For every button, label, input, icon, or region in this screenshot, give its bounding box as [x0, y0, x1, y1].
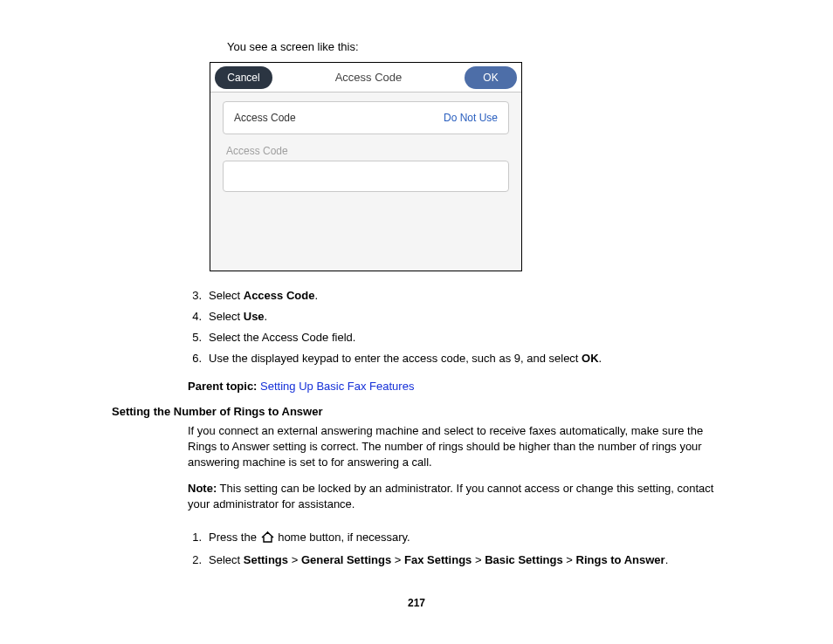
step-body: Select the Access Code field.: [209, 329, 355, 346]
step-b2: 2. Select Settings > General Settings > …: [188, 552, 833, 569]
step-body: Select Access Code.: [209, 287, 318, 305]
step-item: 6.Use the displayed keypad to enter the …: [188, 350, 833, 367]
steps-list-b: 1. Press the home button, if necessary. …: [188, 529, 833, 569]
step-number: 3.: [188, 287, 202, 305]
step-number: 6.: [188, 350, 202, 367]
field-label: Access Code: [234, 112, 296, 124]
field-value: Do Not Use: [444, 112, 498, 124]
device-screenshot: Cancel Access Code OK Access Code Do Not…: [210, 62, 522, 271]
device-body: Access Code Do Not Use Access Code: [210, 92, 521, 192]
step-item: 5.Select the Access Code field.: [188, 329, 833, 346]
intro-text: You see a screen like this:: [227, 40, 833, 53]
home-icon: [261, 531, 274, 548]
parent-topic: Parent topic: Setting Up Basic Fax Featu…: [188, 380, 833, 393]
step-item: 3.Select Access Code.: [188, 287, 833, 305]
device-title: Access Code: [272, 71, 465, 84]
step-number: 1.: [188, 529, 202, 548]
step-number: 4.: [188, 308, 202, 325]
cancel-button: Cancel: [215, 66, 272, 89]
step-item: 4.Select Use.: [188, 308, 833, 325]
access-code-input: [223, 161, 509, 192]
field-caption: Access Code: [226, 145, 509, 157]
step-text-a: Press the: [209, 531, 260, 544]
note-label: Note:: [188, 482, 217, 495]
parent-topic-link[interactable]: Setting Up Basic Fax Features: [260, 380, 414, 393]
step-number: 5.: [188, 329, 202, 346]
page-number: 217: [0, 597, 833, 609]
section-heading: Setting the Number of Rings to Answer: [112, 405, 833, 418]
access-code-row: Access Code Do Not Use: [223, 101, 509, 134]
device-header: Cancel Access Code OK: [210, 63, 521, 92]
step-number: 2.: [188, 552, 202, 569]
step-text-b: home button, if necessary.: [278, 531, 410, 544]
note: Note: This setting can be locked by an a…: [188, 481, 719, 512]
steps-list-a: 3.Select Access Code.4.Select Use.5.Sele…: [188, 287, 833, 368]
step-body: Select Use.: [209, 308, 267, 325]
ok-button: OK: [465, 66, 517, 89]
step-body: Use the displayed keypad to enter the ac…: [209, 350, 602, 367]
note-text: This setting can be locked by an adminis…: [188, 482, 713, 510]
step-b2-content: Select Settings > General Settings > Fax…: [209, 552, 668, 569]
paragraph-1: If you connect an external answering mac…: [188, 423, 719, 471]
step-b1: 1. Press the home button, if necessary.: [188, 529, 833, 548]
parent-topic-label: Parent topic:: [188, 380, 260, 393]
